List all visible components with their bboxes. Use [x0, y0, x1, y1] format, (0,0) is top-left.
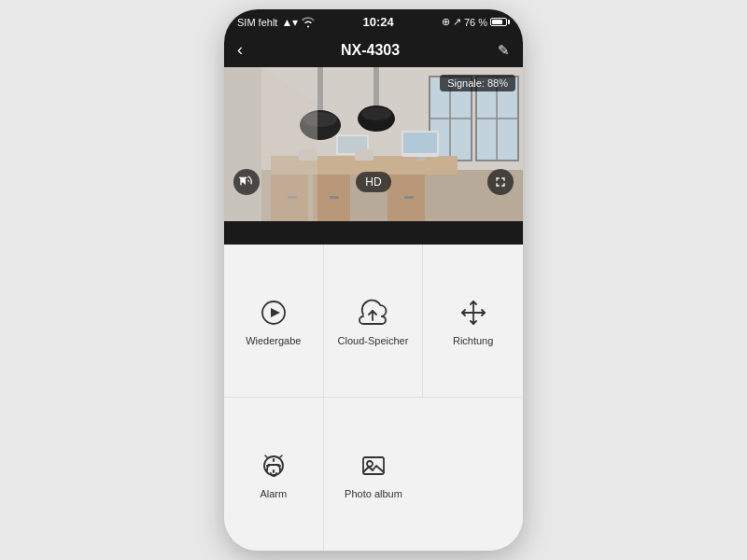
- menu-item-direction[interactable]: Richtung: [423, 245, 523, 398]
- album-label: Photo album: [345, 488, 402, 499]
- mute-icon: [239, 175, 254, 189]
- signal-badge: Signale: 88%: [440, 75, 515, 91]
- cloud-label: Cloud-Speicher: [338, 335, 409, 346]
- sim-status: SIM fehlt: [237, 17, 277, 28]
- menu-item-album[interactable]: Photo album: [324, 398, 424, 551]
- back-button[interactable]: ‹: [237, 40, 243, 60]
- status-bar: SIM fehlt ▲▾ 10:24 ⊕ ↗ 76 %: [224, 9, 523, 33]
- move-icon: [457, 296, 490, 329]
- nav-bar: ‹ NX-4303 ✎: [224, 33, 523, 67]
- svg-rect-11: [317, 67, 323, 114]
- fullscreen-icon: [493, 175, 508, 189]
- hd-button[interactable]: HD: [356, 172, 390, 192]
- playback-label: Wiedergabe: [246, 335, 301, 346]
- photo-album-icon: [357, 449, 390, 483]
- battery-icon: [490, 18, 510, 26]
- menu-item-playback[interactable]: Wiedergabe: [224, 245, 324, 398]
- battery-percent: 76 %: [464, 17, 487, 28]
- status-left: SIM fehlt ▲▾: [237, 16, 315, 29]
- status-right: ⊕ ↗ 76 %: [442, 16, 510, 28]
- status-time: 10:24: [362, 15, 393, 29]
- location-icon: ⊕: [442, 16, 450, 28]
- menu-item-cloud[interactable]: Cloud-Speicher: [324, 245, 424, 398]
- alarm-label: Alarm: [260, 488, 287, 499]
- menu-grid: Wiedergabe Cloud-Speicher: [224, 245, 523, 551]
- edit-button[interactable]: ✎: [498, 42, 510, 59]
- camera-feed[interactable]: Signale: 88% HD: [224, 67, 523, 221]
- svg-rect-23: [404, 196, 414, 199]
- alarm-icon: [257, 449, 290, 483]
- svg-rect-22: [330, 196, 339, 199]
- svg-marker-2: [224, 67, 261, 221]
- cloud-upload-icon: [356, 296, 389, 329]
- svg-rect-43: [363, 457, 384, 474]
- svg-marker-33: [271, 308, 280, 317]
- camera-bottom-bar: [224, 221, 523, 245]
- fullscreen-button[interactable]: [487, 169, 514, 195]
- device-title: NX-4303: [341, 42, 400, 59]
- menu-item-alarm[interactable]: Alarm: [224, 398, 324, 551]
- mute-button[interactable]: [233, 169, 260, 195]
- wifi-signal-icon: [302, 17, 315, 28]
- svg-rect-30: [355, 149, 374, 161]
- camera-section: Signale: 88% HD: [224, 67, 523, 245]
- svg-rect-26: [417, 157, 425, 161]
- camera-controls: HD: [224, 169, 523, 195]
- direction-label: Richtung: [453, 335, 493, 346]
- svg-line-42: [279, 455, 282, 458]
- svg-point-16: [361, 107, 391, 120]
- svg-point-44: [367, 461, 373, 467]
- svg-rect-25: [403, 133, 437, 153]
- menu-item-empty: [423, 398, 523, 551]
- wifi-icon: ▲▾: [281, 16, 298, 29]
- play-circle-icon: [257, 296, 290, 329]
- phone-frame: SIM fehlt ▲▾ 10:24 ⊕ ↗ 76 % ‹ NX-4303 ✎: [224, 9, 523, 551]
- svg-line-41: [265, 455, 268, 458]
- signal-text: Signale: 88%: [447, 77, 508, 89]
- arrow-icon: ↗: [453, 16, 461, 28]
